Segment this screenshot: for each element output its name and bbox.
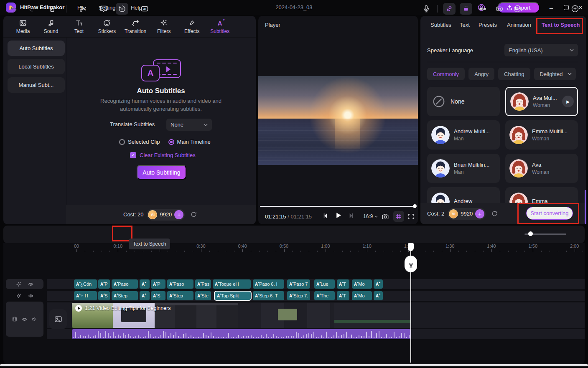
next-frame-button[interactable] (348, 213, 354, 219)
tab-effects[interactable]: Effects (181, 19, 202, 34)
refresh-credits-icon[interactable] (190, 211, 197, 218)
grid-overlay-icon[interactable] (393, 211, 404, 222)
player-seek-knob[interactable] (413, 204, 417, 208)
subtitle-segment[interactable]: A ✧ P (98, 279, 110, 289)
subtitle-segment[interactable]: A ✧ T (337, 279, 349, 289)
clear-existing-subtitles-checkbox[interactable]: ✓ Clear Existing Subtitles (130, 152, 196, 158)
fullscreen-icon[interactable] (407, 213, 415, 220)
tab-presets[interactable]: Presets (479, 22, 497, 28)
voice-card[interactable]: Ava Woman ▶ (505, 154, 578, 183)
redo-icon[interactable] (28, 5, 37, 13)
add-credits-button[interactable]: + (174, 210, 183, 219)
tab-stickers[interactable]: Stickers (97, 19, 117, 34)
aspect-ratio-dropdown[interactable]: 16:9 (363, 213, 378, 219)
subtitle-segment[interactable]: A ✧ Step 6. T (253, 291, 284, 300)
snap-align-icon[interactable] (479, 5, 487, 13)
subtitle-segment[interactable]: A ✧ Lue (314, 279, 335, 289)
player-seek-bar[interactable] (260, 206, 416, 207)
subtitle-segment[interactable]: A ✧ Toque el l (213, 279, 251, 289)
refresh-credits-icon[interactable] (491, 210, 498, 217)
subtitle-segment[interactable]: A ✧ Step (167, 291, 193, 300)
previous-frame-button[interactable] (323, 213, 329, 219)
record-voiceover-icon[interactable] (422, 5, 430, 13)
subtitle-segment[interactable]: A ✧ S (98, 291, 110, 300)
snapshot-icon[interactable] (382, 213, 389, 221)
track-effects-icon[interactable] (15, 281, 22, 287)
link-clips-icon[interactable] (443, 3, 456, 15)
track-film-icon[interactable] (12, 316, 18, 322)
timeline-ruler[interactable]: 000:100:200:300:400:501:001:101:201:301:… (47, 243, 585, 252)
subtitle-style-icon[interactable] (99, 5, 108, 13)
tab-media[interactable]: Media (13, 19, 33, 34)
tab-subtitles[interactable]: A Subtitles (209, 19, 230, 34)
subtitle-segment[interactable]: A ✧ Paso 7 (287, 279, 310, 289)
subtitle-segment[interactable]: A ✧ The (314, 291, 335, 300)
auto-subtitling-button[interactable]: Auto Subtitling (137, 165, 186, 180)
voice-card[interactable]: Andrew Multi... Man ▶ (427, 120, 500, 150)
text-to-speech-icon[interactable] (116, 3, 128, 15)
tab-animation[interactable]: Animation (507, 22, 531, 28)
tab-sound[interactable]: Sound (41, 19, 61, 34)
subtitle-mode-button[interactable]: Manual Subt... (8, 77, 65, 93)
emotion-chip[interactable]: Chatting (498, 68, 530, 80)
timeline-horizontal-scrollbar[interactable] (0, 364, 588, 366)
emotion-chip[interactable]: Angry (468, 68, 494, 80)
track-audio-icon[interactable] (31, 316, 38, 322)
voice-card[interactable]: Brian Multilin... Man ▶ (427, 154, 500, 183)
play-button[interactable] (335, 212, 342, 219)
subtitle-segment[interactable]: A ✧ Paso (167, 279, 193, 289)
voice-card[interactable]: None ▶ (427, 87, 500, 116)
subtitle-segment[interactable]: A ✧ H (74, 291, 97, 300)
add-media-button[interactable] (49, 309, 67, 329)
voice-play-button[interactable]: ▶ (562, 96, 574, 107)
split-icon[interactable] (79, 5, 87, 13)
voice-list-scrollbar[interactable] (585, 190, 586, 224)
voice-card[interactable]: Ava Mul... Woman ▶ (505, 87, 578, 116)
subtitle-segment[interactable]: A ✧ Paso (112, 279, 138, 289)
magnetic-snap-icon[interactable] (460, 3, 472, 15)
zoom-out-icon[interactable] (513, 5, 522, 13)
tab-transition[interactable]: Transition (125, 19, 146, 34)
subtitle-segment[interactable]: A ✧ Pas (195, 279, 211, 289)
split-at-playhead-button[interactable] (405, 256, 417, 272)
radio-selected-clip[interactable]: Selected Clip (119, 139, 160, 145)
voice-card[interactable]: Emma Multili... Woman ▶ (505, 120, 578, 150)
track-visibility-icon[interactable] (21, 316, 28, 322)
more-emotions-button[interactable] (563, 68, 576, 80)
subtitle-segment[interactable]: A ✧ (140, 291, 150, 300)
subtitle-segment[interactable]: A ✧ (140, 279, 150, 289)
video-clip[interactable]: 1:21 Video Editing Tips for Beginners (72, 303, 411, 328)
delete-icon[interactable] (48, 5, 56, 13)
subtitle-segment[interactable]: A ✧ Paso 6. I (253, 279, 284, 289)
audio-clip[interactable] (72, 329, 411, 339)
zoom-in-icon[interactable] (571, 5, 579, 13)
subtitle-segment[interactable]: A ✧ ¿Cón (74, 279, 97, 289)
fit-timeline-icon[interactable] (495, 5, 504, 13)
subtitle-segment[interactable]: A ✧ (374, 291, 383, 300)
add-credits-button[interactable]: + (475, 209, 484, 218)
undo-icon[interactable] (9, 5, 18, 13)
subtitle-mode-button[interactable]: Auto Subtitles (8, 41, 65, 56)
minimize-button[interactable]: – (545, 0, 557, 15)
speaker-language-dropdown[interactable]: English (USA) (504, 44, 578, 56)
playhead-handle[interactable] (408, 243, 414, 251)
subtitle-segment[interactable]: A ✧ Step (112, 291, 138, 300)
radio-main-timeline[interactable]: Main Timeline (168, 139, 211, 145)
subtitle-segment[interactable]: A ✧ Tap Split (214, 291, 252, 301)
translate-subtitles-dropdown[interactable]: None (166, 119, 212, 131)
subtitle-segment[interactable]: A ✧ Mo (352, 279, 372, 289)
subtitle-segment[interactable]: A ✧ Step 7. (287, 291, 310, 300)
subtitle-segment[interactable]: A ✧ Ste (195, 291, 211, 300)
tab-text[interactable]: Text (69, 19, 89, 34)
emotion-chip[interactable]: Commonly (427, 68, 465, 80)
tab-filters[interactable]: Filters (153, 19, 174, 34)
subtitle-segment[interactable]: A ✧ S (151, 291, 165, 300)
subtitle-segment[interactable]: A ✧ (374, 279, 383, 289)
subtitle-segment[interactable]: A ✧ T (337, 291, 349, 300)
track-effects-icon[interactable] (15, 293, 22, 299)
subtitle-segment[interactable]: A ✧ Mo (352, 291, 372, 300)
subtitle-mode-button[interactable]: Local Subtitles (8, 59, 65, 74)
subtitle-segment[interactable]: A ✧ P (151, 279, 165, 289)
zoom-slider-knob[interactable] (528, 231, 533, 236)
track-visibility-icon[interactable] (28, 293, 34, 299)
